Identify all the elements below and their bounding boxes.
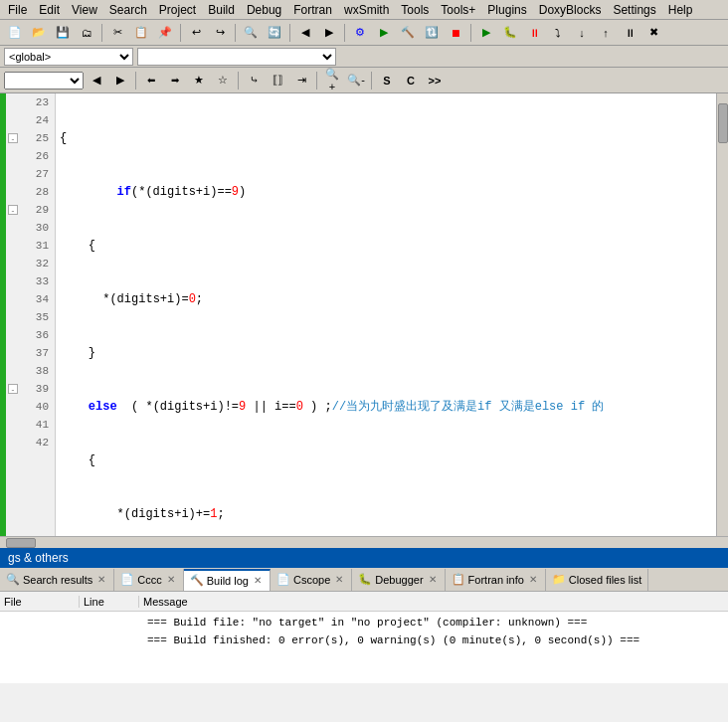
- paste-button[interactable]: 📌: [154, 22, 176, 44]
- menu-edit[interactable]: Edit: [33, 1, 66, 19]
- line-num-33: 33: [6, 272, 55, 290]
- code-line-24: if(*(digits+i)==9): [60, 183, 712, 201]
- menu-debug[interactable]: Debug: [241, 1, 287, 19]
- line-num-37: 37: [6, 344, 55, 362]
- step-out-button[interactable]: ↑: [595, 22, 617, 44]
- nav-sep4: [371, 72, 372, 90]
- undo-button[interactable]: ↩: [185, 22, 207, 44]
- tab-search-results[interactable]: 🔍 Search results ✕: [0, 569, 114, 591]
- cut-button[interactable]: ✂: [106, 22, 128, 44]
- new-button[interactable]: 📄: [4, 22, 26, 44]
- line-num-31: 31: [6, 237, 55, 255]
- fold-icon-29[interactable]: -: [8, 205, 18, 215]
- match-button[interactable]: ⟦⟧: [267, 70, 288, 91]
- hscroll-thumb[interactable]: [6, 538, 36, 548]
- sep1: [101, 24, 102, 42]
- menu-bar: File Edit View Search Project Build Debu…: [0, 0, 728, 20]
- abort-button[interactable]: ✖: [642, 22, 664, 44]
- debug-run-button[interactable]: ▶: [475, 22, 497, 44]
- indent-button[interactable]: ⇥: [290, 70, 312, 91]
- nav-sep2: [238, 72, 239, 90]
- fold-icon-25[interactable]: -: [8, 133, 18, 143]
- line-num-40: 40: [6, 398, 55, 416]
- menu-doxyblocks[interactable]: DoxyBlocks: [533, 1, 608, 19]
- line-num-32: 32: [6, 255, 55, 272]
- menu-tools[interactable]: Tools: [395, 1, 435, 19]
- menu-settings[interactable]: Settings: [607, 1, 661, 19]
- horizontal-scrollbar-area: [0, 536, 728, 548]
- copy-button[interactable]: 📋: [130, 22, 152, 44]
- tab-cscope[interactable]: 📄 Cscope ✕: [271, 569, 352, 591]
- replace-button[interactable]: 🔄: [264, 22, 285, 44]
- tab-build-close[interactable]: ✕: [252, 575, 264, 586]
- tab-cccc[interactable]: 📄 Cccc ✕: [114, 569, 183, 591]
- line-num-23: 23: [6, 93, 55, 111]
- menu-file[interactable]: File: [2, 1, 33, 19]
- bookmark-prev-button[interactable]: ⬅: [140, 70, 162, 91]
- menu-plugins[interactable]: Plugins: [481, 1, 532, 19]
- symbol-select[interactable]: [137, 48, 336, 66]
- tab-cscope-close[interactable]: ✕: [333, 574, 345, 585]
- sep2: [180, 24, 181, 42]
- run-button[interactable]: ▶: [373, 22, 395, 44]
- fold-icon-39[interactable]: -: [8, 384, 18, 394]
- line-num-29: - 29: [6, 201, 55, 219]
- menu-build[interactable]: Build: [202, 1, 241, 19]
- menu-project[interactable]: Project: [153, 1, 202, 19]
- S-button[interactable]: S: [376, 70, 398, 91]
- vertical-scrollbar[interactable]: [716, 93, 728, 536]
- tab-closed-files[interactable]: 📁 Closed files list: [546, 569, 648, 591]
- nav-back-button[interactable]: ◀: [86, 70, 107, 91]
- zoom-in-button[interactable]: 🔍+: [321, 70, 343, 91]
- redo-button[interactable]: ↪: [209, 22, 231, 44]
- tab-debugger-close[interactable]: ✕: [427, 574, 439, 585]
- tab-fortran-close[interactable]: ✕: [527, 574, 539, 585]
- build-button[interactable]: 🔨: [397, 22, 419, 44]
- zoom-out-button[interactable]: 🔍-: [345, 70, 367, 91]
- save-button[interactable]: 💾: [52, 22, 74, 44]
- line-num-42: 42: [6, 434, 55, 451]
- code-line-27: }: [60, 344, 712, 362]
- line-num-24: 24: [6, 111, 55, 129]
- nav-fwd-button[interactable]: ▶: [109, 70, 131, 91]
- clear-bookmark-button[interactable]: ☆: [212, 70, 234, 91]
- line-num-36: 36: [6, 326, 55, 344]
- tab-search-close[interactable]: ✕: [95, 574, 107, 585]
- line-num-41: 41: [6, 416, 55, 434]
- step-over-button[interactable]: ⤵: [547, 22, 569, 44]
- tab-build-log[interactable]: 🔨 Build log ✕: [184, 569, 271, 591]
- editor-area: 23 24 - 25 26 27 28 - 29 30 31 32 33 34 …: [0, 93, 728, 536]
- C-button[interactable]: C: [400, 70, 422, 91]
- menu-search[interactable]: Search: [103, 1, 153, 19]
- stop-button[interactable]: ⏹: [445, 22, 466, 44]
- code-editor[interactable]: { if(*(digits+i)==9) { *(digits+i)=0; } …: [56, 93, 716, 536]
- global-select[interactable]: <global>: [4, 48, 133, 66]
- pause-button[interactable]: ⏸: [619, 22, 640, 44]
- menu-view[interactable]: View: [66, 1, 103, 19]
- tab-cccc-close[interactable]: ✕: [165, 574, 177, 585]
- tab-fortran-info[interactable]: 📋 Fortran info ✕: [446, 569, 546, 591]
- compile-button[interactable]: ⚙: [349, 22, 371, 44]
- debug-button[interactable]: 🐛: [499, 22, 521, 44]
- menu-fortran[interactable]: Fortran: [287, 1, 338, 19]
- step-into-button[interactable]: ↓: [571, 22, 593, 44]
- menu-help[interactable]: Help: [662, 1, 699, 19]
- nav-select[interactable]: [4, 72, 84, 90]
- bookmark-next-button[interactable]: ➡: [164, 70, 186, 91]
- tab-debugger[interactable]: 🐛 Debugger ✕: [352, 569, 445, 591]
- tab-cccc-label: Cccc: [137, 574, 161, 586]
- expand-button[interactable]: >>: [424, 70, 446, 91]
- find-button[interactable]: 🔍: [240, 22, 262, 44]
- jump-button[interactable]: ⤷: [243, 70, 265, 91]
- prev-button[interactable]: ◀: [294, 22, 316, 44]
- next-button[interactable]: ▶: [318, 22, 340, 44]
- debug-stop-button[interactable]: ⏸: [523, 22, 545, 44]
- menu-toolsplus[interactable]: Tools+: [435, 1, 481, 19]
- rebuild-button[interactable]: 🔃: [421, 22, 443, 44]
- log-tabs: 🔍 Search results ✕ 📄 Cccc ✕ 🔨 Build log …: [0, 568, 728, 592]
- save-all-button[interactable]: 🗂: [76, 22, 97, 44]
- scrollbar-thumb[interactable]: [718, 103, 728, 143]
- menu-wxsmith[interactable]: wxSmith: [338, 1, 395, 19]
- open-button[interactable]: 📂: [28, 22, 50, 44]
- add-bookmark-button[interactable]: ★: [188, 70, 210, 91]
